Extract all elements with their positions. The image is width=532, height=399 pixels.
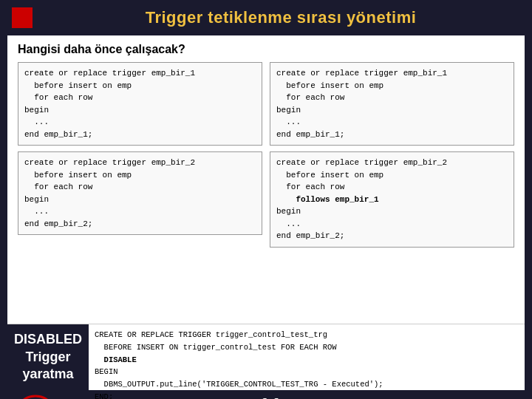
header: Trigger tetiklenme sırası yönetimi <box>0 0 532 35</box>
code-line: before insert on emp <box>24 80 256 92</box>
main-content: Hangisi daha önce çalışacak? create or r… <box>7 35 525 324</box>
code-line: DBMS_OUTPUT.put_line('TRIGGER_CONTROL_TE… <box>95 378 519 391</box>
code-line: for each row <box>276 181 508 194</box>
code-line: before insert on emp <box>24 169 256 182</box>
code-line: before insert on emp <box>276 169 508 182</box>
version-number: 11 <box>259 394 282 399</box>
red-square-icon <box>12 7 33 28</box>
code-line: end emp_bir_1; <box>24 129 256 141</box>
oracle-label-group: ORACLE DATABASE <box>56 397 97 399</box>
code-line: ... <box>24 205 256 218</box>
yaratma-text: yaratma <box>22 366 73 383</box>
code-line: BEGIN <box>95 366 519 378</box>
left-code-box-1: create or replace trigger emp_bir_1 befo… <box>18 62 262 146</box>
code-line: begin <box>276 205 508 218</box>
bottom-section: DISABLED Trigger yaratma CREATE OR REPLA… <box>7 324 525 390</box>
code-line: end emp_bir_2; <box>276 230 508 242</box>
code-line: ... <box>276 116 508 129</box>
right-code-box-2: create or replace trigger emp_bir_2 befo… <box>270 151 514 248</box>
disable-keyword: DISABLE <box>104 355 137 364</box>
code-line: end emp_bir_1; <box>276 129 508 141</box>
version-sup: g <box>282 395 289 399</box>
right-column: create or replace trigger emp_bir_1 befo… <box>270 62 514 318</box>
code-line: CREATE OR REPLACE TRIGGER trigger_contro… <box>95 329 519 341</box>
disabled-text: DISABLED <box>14 331 82 348</box>
code-line: create or replace trigger emp_bir_1 <box>24 67 256 80</box>
code-line: end emp_bir_2; <box>24 218 256 231</box>
oracle-logo: ORACLE DATABASE <box>19 395 97 399</box>
code-line: for each row <box>24 181 256 194</box>
code-line: before insert on emp <box>276 80 508 92</box>
code-line: follows emp_bir_1 <box>276 194 508 206</box>
code-line: for each row <box>24 92 256 104</box>
svg-point-0 <box>21 396 50 399</box>
code-line: begin <box>276 104 508 117</box>
code-line: ... <box>24 116 256 129</box>
left-column: create or replace trigger emp_bir_1 befo… <box>18 62 262 318</box>
follows-keyword: follows emp_bir_1 <box>296 195 378 204</box>
oracle-logo-icon <box>19 395 52 399</box>
page-title: Trigger tetiklenme sırası yönetimi <box>41 8 520 27</box>
code-line: create or replace trigger emp_bir_1 <box>276 67 508 80</box>
left-code-box-2: create or replace trigger emp_bir_2 befo… <box>18 151 262 235</box>
code-line: for each row <box>276 92 508 104</box>
subtitle: Hangisi daha önce çalışacak? <box>18 43 514 56</box>
disabled-label: DISABLED Trigger yaratma <box>7 324 89 390</box>
code-line: begin <box>24 104 256 117</box>
trigger-text: Trigger <box>25 349 70 366</box>
code-line: ... <box>276 218 508 231</box>
code-line: begin <box>24 194 256 206</box>
right-code-box-1: create or replace trigger emp_bir_1 befo… <box>270 62 514 146</box>
oracle-text: ORACLE <box>56 397 97 399</box>
code-line: BEFORE INSERT ON trigger_control_test FO… <box>95 341 519 354</box>
code-line: create or replace trigger emp_bir_2 <box>24 157 256 169</box>
two-columns: create or replace trigger emp_bir_1 befo… <box>18 62 514 318</box>
code-line: DISABLE <box>95 354 519 366</box>
code-line: create or replace trigger emp_bir_2 <box>276 157 508 169</box>
bottom-code: CREATE OR REPLACE TRIGGER trigger_contro… <box>89 324 525 390</box>
version-display: 11g <box>259 394 288 399</box>
troug-text: TROUG <box>451 396 513 399</box>
